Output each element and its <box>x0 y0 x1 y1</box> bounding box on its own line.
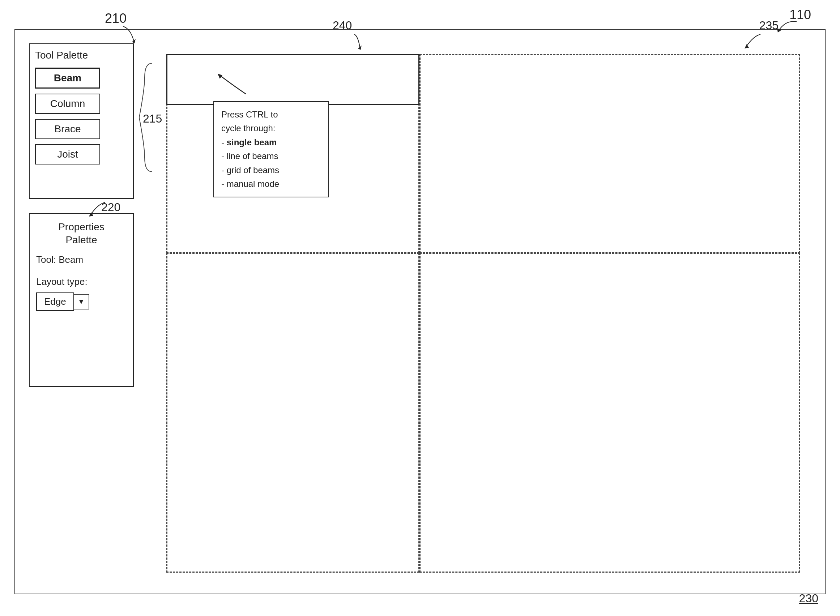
svg-marker-4 <box>745 44 749 48</box>
column-button[interactable]: Column <box>35 94 100 114</box>
tooltip-press: Press CTRL to <box>221 110 278 119</box>
properties-palette-title: PropertiesPalette <box>36 220 126 247</box>
tooltip-box: Press CTRL to cycle through: - single be… <box>213 101 329 197</box>
tool-palette-title: Tool Palette <box>35 50 128 61</box>
tooltip-line: - line of beams <box>221 151 278 161</box>
joist-button[interactable]: Joist <box>35 144 100 164</box>
tooltip-grid: - grid of beams <box>221 165 279 175</box>
ref-235-arrow <box>739 32 768 53</box>
dashed-region-bottom-left <box>166 253 420 573</box>
tool-beam-label: Tool: Beam <box>36 254 126 265</box>
svg-marker-2 <box>89 212 93 217</box>
ref-240: 240 <box>333 19 352 32</box>
canvas-area: 240 235 Press CTRL to cycle through: - s… <box>156 43 811 584</box>
layout-type-arrow[interactable]: ▼ <box>74 294 89 309</box>
ref-210-arrow <box>112 25 141 46</box>
brace-button[interactable]: Brace <box>35 119 100 139</box>
ref-240-arrow <box>347 32 369 51</box>
ref-110-arrow <box>775 18 804 36</box>
layout-type-label: Layout type: <box>36 276 126 287</box>
tooltip-manual: - manual mode <box>221 179 279 189</box>
tooltip-cycle: cycle through: <box>221 123 275 133</box>
properties-palette-panel: PropertiesPalette Tool: Beam Layout type… <box>29 213 134 387</box>
tool-palette-panel: Tool Palette Beam Column Brace Joist <box>29 43 134 199</box>
ref-230: 230 <box>799 592 818 605</box>
ref-235: 235 <box>759 19 778 32</box>
ref-220-arrow <box>83 201 112 222</box>
layout-type-dropdown[interactable]: Edge ▼ <box>36 292 126 311</box>
dashed-region-bottom-right <box>420 253 800 573</box>
layout-type-value: Edge <box>36 292 74 311</box>
beam-pointer-arrow <box>203 65 253 101</box>
dashed-region-top-right <box>420 54 800 253</box>
ref-210: 210 <box>105 11 126 26</box>
tooltip-single: - single beam <box>221 137 277 147</box>
beam-button[interactable]: Beam <box>35 67 100 89</box>
